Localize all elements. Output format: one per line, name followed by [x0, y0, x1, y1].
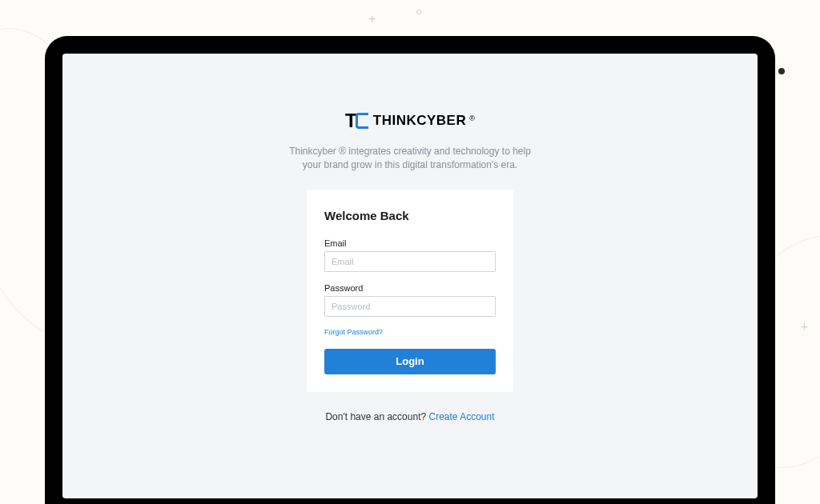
- login-button[interactable]: Login: [324, 349, 496, 374]
- password-label: Password: [324, 283, 496, 293]
- create-account-link[interactable]: Create Account: [428, 411, 494, 422]
- login-card: Welcome Back Email Password Forgot Passw…: [307, 190, 513, 392]
- laptop-notch: [778, 68, 785, 74]
- brand-tagline: Thinkcyber ® integrates creativity and t…: [282, 145, 538, 172]
- signup-prompt-row: Don't have an account? Create Account: [325, 411, 494, 422]
- brand-logo: T THINKCYBER ®: [345, 110, 475, 132]
- email-label: Email: [324, 238, 496, 248]
- bg-plus-icon: +: [801, 320, 808, 334]
- email-field[interactable]: [324, 251, 496, 272]
- app-screen: T THINKCYBER ® Thinkcyber ® integrates c…: [62, 54, 758, 498]
- bg-circle-icon: [416, 10, 421, 14]
- bg-plus-icon: +: [368, 12, 376, 26]
- registered-mark: ®: [469, 114, 475, 122]
- login-title: Welcome Back: [324, 209, 496, 222]
- brand-name: THINKCYBER: [373, 113, 466, 129]
- signup-prompt-text: Don't have an account?: [325, 411, 428, 422]
- password-field[interactable]: [324, 296, 496, 317]
- laptop-frame: T THINKCYBER ® Thinkcyber ® integrates c…: [45, 36, 775, 504]
- forgot-password-link[interactable]: Forgot Password?: [324, 328, 383, 336]
- logo-mark-icon: T: [345, 110, 368, 132]
